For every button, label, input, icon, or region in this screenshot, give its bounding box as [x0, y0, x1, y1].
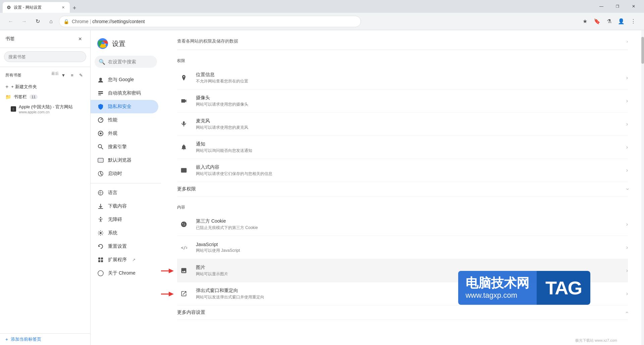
tab-close-button[interactable]: ✕	[60, 5, 66, 10]
bookmarks-divider	[0, 67, 90, 67]
cookie-icon	[177, 218, 191, 231]
close-button[interactable]	[626, 1, 641, 12]
sort-button[interactable]: ▼	[59, 71, 67, 79]
restore-icon	[616, 4, 619, 9]
search-engine-icon	[97, 143, 104, 150]
about-icon	[97, 270, 104, 277]
nav-item-about[interactable]: 关于 Chrome	[91, 267, 158, 280]
nav-item-reset[interactable]: 重置设置	[91, 240, 158, 253]
third-cookie-item[interactable]: 第三方 Cookie 已阻止无痕模式下的第三方 Cookie ›	[177, 213, 628, 236]
bookmarks-close-button[interactable]: ✕	[75, 34, 85, 44]
svg-rect-21	[98, 260, 100, 262]
location-item[interactable]: 位置信息 不允许网站查看您所在的位置 ›	[177, 66, 628, 90]
reload-button[interactable]: ↻	[32, 16, 43, 27]
apple-bookmark[interactable]:  Apple (中国大陆) - 官方网站 www.apple.com.cn	[0, 102, 90, 116]
nav-label-autofill: 自动填充和密码	[108, 90, 141, 96]
nav-item-system[interactable]: 系统	[91, 226, 158, 240]
cookie-desc: 已阻止无痕模式下的第三方 Cookie	[196, 225, 624, 231]
embedded-item[interactable]: 嵌入式内容 网站可以请求使它们保存的与您相关的信息 ›	[177, 159, 628, 182]
language-icon	[97, 189, 104, 196]
nav-label-system: 系统	[108, 230, 117, 236]
more-permissions-item[interactable]: 更多权限 ‹	[177, 182, 628, 196]
nav-label-accessibility: 无障碍	[108, 217, 122, 223]
scrollbar-thumb[interactable]	[641, 37, 644, 64]
home-button[interactable]: ⌂	[46, 16, 56, 27]
bookmark-title: Apple (中国大陆) - 官方网站	[19, 104, 73, 110]
nav-item-downloads[interactable]: 下载内容	[91, 199, 158, 213]
embedded-icon	[177, 164, 191, 177]
nav-item-language[interactable]: 语言	[91, 186, 158, 199]
microphone-item[interactable]: 麦克风 网站可以请求使用您的麦克风 ›	[177, 113, 628, 136]
popups-icon	[177, 287, 191, 300]
nav-item-google[interactable]: 您与 Google	[91, 73, 158, 87]
javascript-arrow: ›	[626, 244, 628, 250]
downloads-icon	[97, 203, 104, 210]
bookmark-star-button[interactable]: ★	[580, 16, 590, 27]
watermark-tag-text: TAG	[545, 277, 582, 299]
nav-item-appearance[interactable]: 外观	[91, 127, 158, 140]
javascript-item[interactable]: </> JavaScript 网站可以使用 JavaScript ›	[177, 236, 628, 259]
more-permissions-chevron: ‹	[624, 188, 630, 190]
bookmarks-sidebar: 书签 ✕ 所有书签 最后 ▼ ≡ ✎ + + 新建文件夹	[0, 30, 91, 345]
address-bar[interactable]: 🔒 Chrome | chrome://settings/content	[59, 16, 361, 27]
notifications-desc: 网站可以询问能否向您发送通知	[196, 148, 624, 154]
nav-label-search: 搜索引擎	[108, 144, 127, 150]
notifications-item[interactable]: 通知 网站可以询问能否向您发送通知 ›	[177, 136, 628, 159]
site-data-link[interactable]: 查看各网站的权限及储存的数据 ›	[177, 36, 628, 50]
menu-button[interactable]: ⋮	[628, 16, 639, 27]
nav-label-extensions: 扩展程序	[108, 257, 127, 263]
new-folder-item[interactable]: + + 新建文件夹	[0, 82, 90, 92]
microphone-arrow: ›	[626, 121, 628, 127]
add-current-tab[interactable]: + 添加当前标签页	[0, 333, 90, 345]
embedded-title: 嵌入式内容	[196, 164, 624, 170]
nav-item-performance[interactable]: 性能	[91, 113, 158, 127]
folder-icon: 📁	[5, 94, 11, 100]
external-link-icon: ↗	[132, 257, 136, 262]
scrollbar-track[interactable]	[641, 30, 644, 345]
active-tab[interactable]: ⚙ 设置 - 网站设置 ✕	[3, 2, 70, 13]
cookie-arrow: ›	[626, 221, 628, 227]
tab-favicon: ⚙	[7, 5, 11, 10]
chrome-logo-icon	[97, 38, 108, 49]
nav-item-search[interactable]: 搜索引擎	[91, 140, 158, 154]
minimize-button[interactable]	[594, 1, 609, 12]
nav-item-startup[interactable]: 启动时	[91, 167, 158, 180]
nav-item-browser[interactable]: 默认浏览器	[91, 154, 158, 167]
more-content-label: 更多内容设置	[177, 309, 205, 315]
more-permissions-label: 更多权限	[177, 186, 196, 192]
settings-search-input[interactable]	[108, 59, 161, 64]
back-button[interactable]: ←	[5, 16, 16, 27]
bookmarks-bar-folder[interactable]: 📁 书签栏 11	[0, 92, 90, 102]
list-view-button[interactable]: ≡	[68, 71, 76, 79]
arrow-to-images	[161, 266, 174, 276]
bookmarks-search-input[interactable]	[4, 51, 86, 62]
bookmarks-section-header: 所有书签 最后 ▼ ≡ ✎	[0, 68, 90, 82]
location-title: 位置信息	[196, 72, 624, 78]
nav-item-autofill[interactable]: 自动填充和密码	[91, 87, 158, 100]
edit-bookmarks-button[interactable]: ✎	[77, 71, 85, 79]
nav-item-extensions[interactable]: 扩展程序 ↗	[91, 253, 158, 267]
nav-item-privacy[interactable]: 隐私和安全	[91, 100, 158, 113]
address-text: Chrome | chrome://settings/content	[72, 19, 357, 24]
title-bar: ⚙ 设置 - 网站设置 ✕ +	[0, 0, 644, 13]
more-content-settings[interactable]: 更多内容设置 ‹	[177, 305, 628, 320]
nav-item-accessibility[interactable]: 无障碍	[91, 213, 158, 226]
restore-button[interactable]	[610, 1, 625, 12]
camera-item[interactable]: 摄像头 网站可以请求使用您的摄像头 ›	[177, 90, 628, 113]
svg-rect-22	[101, 260, 103, 262]
bookmark-panel-button[interactable]: 🔖	[592, 16, 602, 27]
profile-button[interactable]: 👤	[616, 16, 627, 27]
location-icon	[177, 71, 191, 84]
notifications-text: 通知 网站可以询问能否向您发送通知	[196, 141, 624, 154]
nav-label-google: 您与 Google	[108, 77, 134, 83]
svg-point-18	[100, 232, 102, 234]
popups-arrow: ›	[626, 291, 628, 297]
new-tab-button[interactable]: +	[70, 3, 79, 13]
extensions-button[interactable]: ⚗	[604, 16, 614, 27]
google-icon	[97, 76, 104, 83]
url-path: chrome://settings/content	[92, 19, 145, 24]
lock-icon: 🔒	[63, 19, 69, 24]
settings-search-area: 🔍	[91, 56, 161, 73]
bookmark-info: Apple (中国大陆) - 官方网站 www.apple.com.cn	[19, 104, 73, 114]
forward-button[interactable]: →	[19, 16, 30, 27]
